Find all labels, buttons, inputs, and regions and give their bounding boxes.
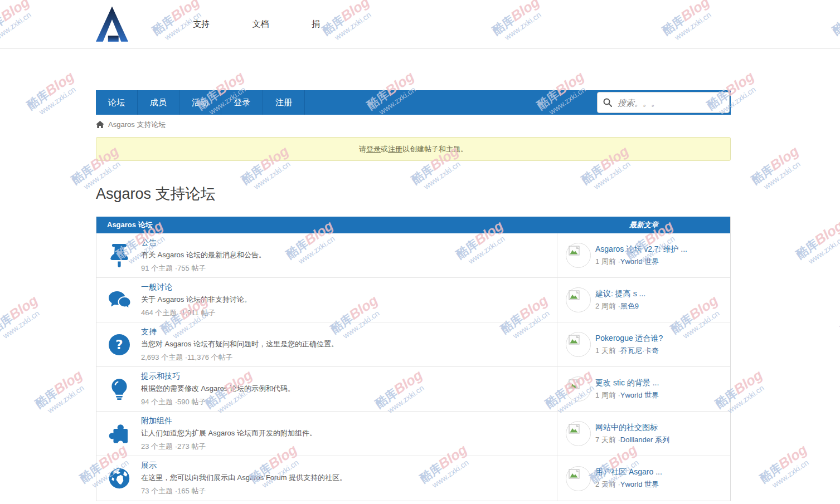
watermark: 酷库Blogwww.zxki.cn (785, 213, 840, 275)
header-link-donate[interactable]: 捐 (312, 19, 320, 28)
latest-post-time: 1 天前 · (595, 346, 620, 355)
search-input[interactable] (616, 97, 724, 108)
forum-table-header: Asgaros 论坛 最新文章 (96, 217, 730, 233)
latest-post-link[interactable]: Pokerogue 适合谁? (595, 334, 663, 344)
nav-item-login[interactable]: 登录 (221, 90, 263, 115)
latest-post-meta: 2 周前 ·黑色9 (595, 301, 645, 311)
latest-post-time: 2 周前 · (595, 302, 620, 310)
notice-text: 以创建帖子和主题。 (402, 145, 468, 153)
watermark: 酷库Blogwww.zxki.cn (0, 288, 54, 349)
search-icon (603, 98, 612, 107)
latest-post-link[interactable]: 更改 stic 的背景 ... (595, 378, 659, 388)
avatar (566, 243, 591, 268)
pin-icon (108, 244, 131, 267)
forum-description: 当您对 Asgaros 论坛有疑问和问题时，这里是您的正确位置。 (141, 339, 338, 349)
latest-post-time: 1 周前 · (595, 257, 620, 266)
globe-icon (108, 467, 131, 490)
avatar (566, 376, 591, 402)
notice-text: 请 (359, 145, 366, 153)
forum-description: 根据您的需要修改 Asgaros 论坛的示例和代码。 (141, 384, 295, 394)
latest-posts-header: 最新文章 (557, 220, 730, 230)
svg-text:?: ? (115, 337, 123, 352)
latest-post-user-link[interactable]: Dolllander 系列 (620, 436, 669, 444)
latest-post-link[interactable]: 建议: 提高 s ... (595, 289, 645, 299)
latest-post-meta: 1 周前 ·Yworld 世界 (595, 257, 687, 267)
puzzle-icon (108, 422, 131, 446)
notice-login-link[interactable]: 登录 (366, 145, 381, 153)
forum-title-link[interactable]: 公告 (141, 238, 266, 248)
avatar (566, 421, 591, 446)
breadcrumb: Asgaros 支持论坛 (96, 120, 731, 130)
board-title: Asgaros 论坛 (96, 220, 557, 230)
forum-row-announcements: 公告 有关 Asgaros 论坛的最新消息和公告。 91 个主题 ·755 帖子… (96, 233, 730, 278)
comments-icon (108, 290, 131, 310)
watermark: 酷库Blogwww.zxki.cn (830, 288, 840, 349)
watermark: 酷库Blogwww.zxki.cn (0, 213, 9, 275)
forum-title-link[interactable]: 展示 (141, 461, 347, 471)
notice-register-link[interactable]: 注册 (388, 145, 402, 153)
header-link-support[interactable]: 支持 (193, 19, 210, 28)
watermark: 酷库Blogwww.zxki.cn (749, 437, 822, 498)
avatar (566, 287, 591, 312)
forum-description: 关于 Asgaros 论坛的非支持讨论。 (141, 295, 251, 305)
latest-post-time: 1 周前 · (595, 391, 620, 399)
watermark: 酷库Blogwww.zxki.cn (741, 139, 814, 200)
header-nav: 支持 文档 捐 (193, 19, 360, 30)
latest-post-link[interactable]: 用户社区 Asgaro ... (595, 467, 662, 477)
nav-item-members[interactable]: 成员 (138, 90, 179, 115)
forum-description: 有关 Asgaros 论坛的最新消息和公告。 (141, 250, 266, 260)
forum-stats: 91 个主题 ·755 帖子 (141, 263, 266, 273)
lightbulb-icon (108, 377, 131, 402)
forum-navbar: 论坛 成员 活动 登录 注册 (96, 90, 731, 115)
forum-stats: 23 个主题 ·273 帖子 (141, 442, 317, 452)
latest-post-meta: 7 天前 ·Dolllander 系列 (595, 435, 669, 445)
forum-row-tips: 提示和技巧 根据您的需要修改 Asgaros 论坛的示例和代码。 94 个主题 … (96, 367, 730, 412)
header-link-docs[interactable]: 文档 (252, 19, 269, 28)
site-header: 支持 文档 捐 (0, 0, 840, 49)
latest-post-link[interactable]: 网站中的社交图标 (595, 423, 669, 433)
asgaros-logo[interactable] (96, 6, 128, 43)
avatar (566, 332, 591, 357)
forum-table: Asgaros 论坛 最新文章 公告 有关 Asgaros 论坛的最新消息和公告… (96, 217, 731, 501)
forum-row-support: ? 支持 当您对 Asgaros 论坛有疑问和问题时，这里是您的正确位置。 2,… (96, 322, 730, 367)
latest-post-time: 2 天前 · (595, 480, 620, 488)
forum-title-link[interactable]: 提示和技巧 (141, 371, 295, 381)
forum-row-showcase: 展示 在这里，您可以向我们展示由 Asgaros Forum 提供支持的社区。 … (96, 456, 730, 501)
latest-post-user-link[interactable]: 乔瓦尼·卡奇 (620, 346, 659, 355)
latest-post-user-link[interactable]: 黑色9 (620, 302, 639, 310)
forum-description: 让人们知道您为扩展 Asgaros 论坛而开发的附加组件。 (141, 428, 317, 438)
watermark: 酷库Blogwww.zxki.cn (25, 363, 98, 424)
page-title: Asgaros 支持论坛 (96, 184, 731, 204)
nav-item-activity[interactable]: 活动 (179, 90, 221, 115)
home-icon[interactable] (96, 121, 104, 129)
latest-post-time: 7 天前 · (595, 436, 620, 444)
question-circle-icon: ? (108, 334, 131, 356)
search-box (597, 92, 730, 113)
forum-title-link[interactable]: 支持 (141, 327, 338, 337)
breadcrumb-link[interactable]: Asgaros 支持论坛 (108, 120, 166, 130)
forum-stats: 94 个主题 ·590 帖子 (141, 397, 295, 407)
latest-post-link[interactable]: Asgaros 论坛 v2.7: 维护 ... (595, 244, 687, 255)
forum-title-link[interactable]: 一般讨论 (141, 282, 251, 292)
avatar (566, 466, 591, 491)
forum-stats: 464 个主题 ·1,911 帖子 (141, 308, 251, 318)
forum-row-addons: 附加组件 让人们知道您为扩展 Asgaros 论坛而开发的附加组件。 23 个主… (96, 412, 730, 456)
latest-post-user-link[interactable]: Yworld 世界 (620, 391, 659, 399)
nav-item-forum[interactable]: 论坛 (96, 90, 138, 115)
forum-row-general: 一般讨论 关于 Asgaros 论坛的非支持讨论。 464 个主题 ·1,911… (96, 278, 730, 322)
login-notice: 请登录或注册以创建帖子和主题。 (96, 137, 731, 161)
latest-post-meta: 1 天前 ·乔瓦尼·卡奇 (595, 346, 663, 356)
forum-stats: 2,693 个主题 ·11,376 个帖子 (141, 353, 338, 363)
latest-post-user-link[interactable]: Yworld 世界 (620, 257, 659, 266)
latest-post-meta: 2 天前 ·Yworld 世界 (595, 479, 662, 490)
forum-title-link[interactable]: 附加组件 (141, 416, 317, 426)
latest-post-meta: 1 周前 ·Yworld 世界 (595, 390, 659, 400)
notice-text: 或 (381, 145, 388, 153)
forum-description: 在这里，您可以向我们展示由 Asgaros Forum 提供支持的社区。 (141, 473, 347, 483)
watermark: 酷库Blogwww.zxki.cn (16, 64, 89, 125)
latest-post-user-link[interactable]: Yworld 世界 (620, 480, 659, 488)
forum-stats: 73 个主题 ·165 帖子 (141, 486, 347, 496)
nav-item-register[interactable]: 注册 (263, 90, 305, 115)
